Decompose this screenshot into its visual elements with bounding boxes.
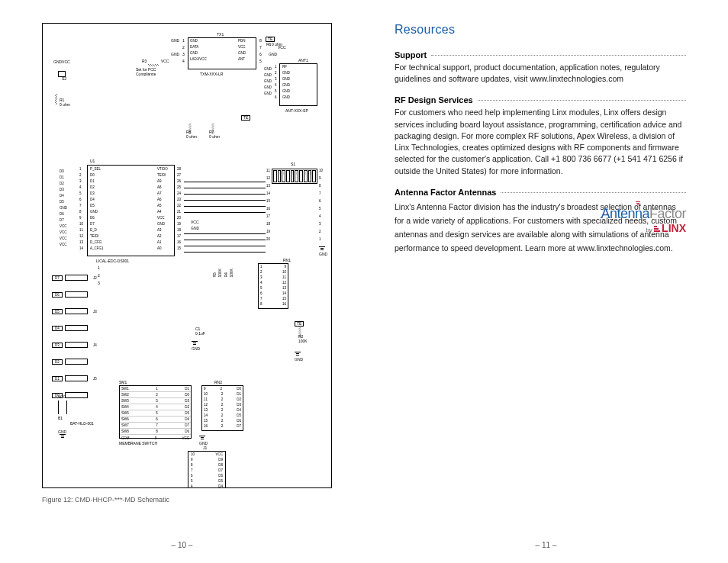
- r8-val: 0 ohm: [186, 135, 197, 139]
- rf-body: For customers who need help implementing…: [395, 107, 686, 176]
- gnd-symbol: [319, 246, 325, 251]
- ant1-part: ANT-XXX-SP: [285, 109, 308, 113]
- tx1-vcc-4: VCC: [161, 60, 169, 63]
- resources-heading: Resources: [395, 23, 686, 37]
- tx1-gnd-1: GND: [171, 39, 179, 43]
- sm1-part: MEMBRANE SWITCH: [119, 442, 157, 446]
- r2-gnd: GND: [295, 358, 303, 362]
- ant1-nets: GND GND GND GND GND: [264, 65, 272, 95]
- s1-ref: S1: [291, 162, 295, 166]
- u1-pins-right-names: VT/DO TE/DI A9 A8 A7 A6 A5 A4 VCC GND A3…: [157, 167, 168, 250]
- s1-dip: [272, 169, 317, 184]
- section-antenna-heading-row: Antenna Factor Antennas: [395, 188, 686, 197]
- linx-bars-icon: [654, 226, 660, 233]
- page-number-left: – 10 –: [0, 541, 364, 549]
- u1-ref: U1: [90, 159, 95, 163]
- r1-symbol: [54, 94, 58, 105]
- rn2-block: 92D0 102D1 112D2 122D3 132D4 142D5 152D6…: [201, 385, 243, 431]
- tx1-ref: TX1: [217, 33, 224, 37]
- page-11: Resources Support For technical support,…: [364, 0, 728, 563]
- dotted-rule: [501, 192, 686, 193]
- c1-val: 0.1uF: [195, 332, 205, 336]
- u1-vcc-net: VCC: [191, 220, 199, 224]
- logo-linx: LINX: [662, 222, 686, 234]
- r3-ref: R3: [142, 60, 147, 63]
- antenna-heading: Antenna Factor Antennas: [395, 188, 496, 197]
- ant1-pins-inside: RF GND GND GND GND GND: [282, 65, 290, 99]
- r5-ref: R5: [213, 272, 217, 277]
- r2-sym: [298, 327, 302, 338]
- ant1-ref: ANT1: [298, 59, 308, 63]
- diode-stack: D7J2 D6 D5J3 D4 D3J4 D2 D1J5 D0: [52, 269, 97, 404]
- r6-val: 0 ohm: [272, 43, 282, 47]
- bus-line: [184, 182, 266, 182]
- u1-pins-left-names: P_SEL D0 D1 D2 D3 D4 D5 GND D6 D7 E_D TE…: [90, 167, 104, 250]
- s1-gnd: GND: [319, 253, 327, 256]
- b1-battery: VCC B1 GND: [58, 394, 67, 434]
- r4-ref: R4: [224, 272, 228, 277]
- u1-gnd-net: GND: [191, 227, 199, 230]
- ant1-pin-nums: 1 2 3 4 5 6: [275, 65, 277, 99]
- logo-factor-word: Factor: [649, 206, 686, 221]
- logo-by: by: [646, 227, 652, 233]
- tx1-part: TXM-XXX-LR: [200, 72, 223, 76]
- r5-val: 100K: [218, 269, 222, 278]
- r7-val: 0 ohm: [209, 135, 220, 139]
- te-label-2: TE: [243, 116, 248, 120]
- s1-pins-right: 10987654321: [319, 169, 323, 241]
- antenna-factor-logo: AntennaFactor by LINX: [601, 206, 686, 234]
- rf-heading: RF Design Services: [395, 95, 473, 105]
- support-heading: Support: [395, 50, 427, 60]
- sm1-block: SW11D1 SW22D0 SW33D3 SW44D2 SW55D5 SW66D…: [119, 385, 192, 439]
- u1-pins-right-nums: 28 27 26 25 24 23 22 21 20 19 18 17 16 1…: [177, 167, 181, 250]
- gndvcc-label: GNDVCC: [53, 60, 70, 64]
- u1-pins-left-nums: 1 2 3 4 5 6 7 8 9 10 11 12 13 14: [79, 167, 83, 250]
- schematic-frame: GNDVCC S2 R1 0 ohm TX1 TXM-XXX-LR GND DA…: [42, 23, 332, 488]
- sm1-ref: SM1: [119, 381, 127, 384]
- section-rf-heading-row: RF Design Services: [395, 95, 686, 105]
- section-support-heading-row: Support: [395, 50, 686, 60]
- j1-ref: J1: [203, 446, 207, 450]
- figure-caption: Figure 12: CMD-HHCP-***-MD Schematic: [42, 496, 341, 503]
- r4-val: 100K: [230, 269, 234, 278]
- te-label: TE: [268, 37, 272, 41]
- support-body: For technical support, product documenta…: [395, 62, 686, 85]
- rn1-block: 19 210 311 412 513 614 715 816: [258, 263, 288, 309]
- s1-pins-left: 11121314151617181920: [266, 169, 270, 241]
- r6-ref: R6: [266, 43, 271, 47]
- b1-part: BAT-HLD-001: [70, 422, 94, 426]
- dotted-rule: [431, 55, 686, 56]
- logo-antenna-word: Antenna: [601, 206, 649, 221]
- c1-gnd: GND: [192, 347, 200, 351]
- te-label-3: TE: [297, 322, 301, 326]
- tx1-gnd-6: GND: [269, 53, 277, 56]
- rn1-ref: RN1: [283, 259, 291, 262]
- r7-sym: [211, 124, 215, 134]
- r8-sym: [188, 124, 192, 134]
- u1-part: LICAL-EDC-DS001: [96, 259, 129, 263]
- u1-nets-left: D0 D1 D2 D3 D4 D5 GND D6 D7 VCC VCC VCC …: [60, 167, 67, 246]
- s2-switch: [58, 71, 66, 77]
- tx1-pins-right: PDN VCC GND ANT: [238, 39, 246, 61]
- rn2-ref: RN2: [214, 381, 222, 384]
- page-10: GNDVCC S2 R1 0 ohm TX1 TXM-XXX-LR GND DA…: [0, 0, 364, 563]
- page-number-right: – 11 –: [364, 541, 728, 549]
- tx1-gnd-3: GND: [171, 53, 179, 56]
- j1-block: 10VCC 9D9 8D8 7D7 6D6 5D5 4D4 3D3 2D0 1G…: [188, 451, 226, 488]
- r1-val: 0 ohm: [60, 103, 70, 107]
- s2-ref: S2: [62, 77, 66, 81]
- r2-val: 100K: [298, 339, 308, 343]
- r3-note: Set for FCC Compliance: [136, 68, 174, 76]
- tx1-pins-left: GND DATA GND LADJ/VCC: [190, 39, 207, 61]
- dotted-rule: [478, 100, 686, 101]
